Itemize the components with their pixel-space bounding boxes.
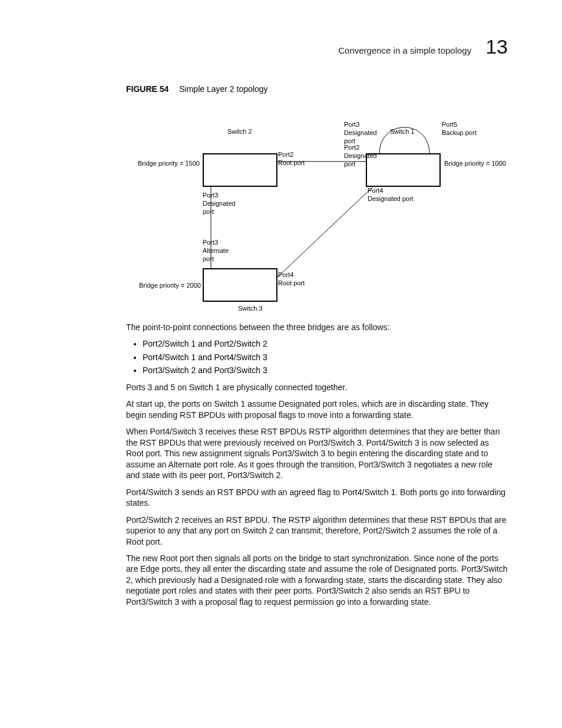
paragraph-1: Ports 3 and 5 on Switch 1 are physically… — [126, 382, 508, 393]
svg-rect-0 — [203, 154, 277, 186]
running-head: Convergence in a simple topology 13 — [126, 35, 508, 58]
label-switch3: Switch 3 — [238, 305, 263, 313]
label-port5-backup: Port5 Backup port — [442, 121, 477, 137]
intro-paragraph: The point-to-point connections between t… — [126, 322, 508, 332]
paragraph-4: Port4/Switch 3 sends an RST BPDU with an… — [126, 487, 508, 509]
label-bridge-priority-1000: Bridge priority = 1000 — [444, 160, 506, 168]
connection-list: Port2/Switch 1 and Port2/Switch 2 Port4/… — [126, 338, 508, 375]
header-section-title: Convergence in a simple topology — [338, 45, 471, 55]
svg-rect-2 — [203, 269, 277, 301]
list-item: Port4/Switch 1 and Port4/Switch 3 — [143, 352, 508, 363]
label-switch2: Switch 2 — [227, 128, 252, 136]
label-port2-root: Port2 Root port — [278, 151, 305, 167]
paragraph-3: When Port4/Switch 3 receives these RST B… — [126, 426, 508, 480]
topology-diagram: Switch 2 Switch 1 Switch 3 Bridge priori… — [126, 101, 508, 316]
figure-label: FIGURE 54 — [126, 84, 168, 94]
paragraph-2: At start up, the ports on Switch 1 assum… — [126, 398, 508, 420]
svg-rect-1 — [366, 154, 440, 186]
list-item: Port2/Switch 1 and Port2/Switch 2 — [143, 338, 508, 349]
figure-caption: FIGURE 54 Simple Layer 2 topology — [126, 84, 508, 94]
figure-title: Simple Layer 2 topology — [179, 84, 267, 94]
label-bridge-priority-1500: Bridge priority = 1500 — [138, 160, 200, 168]
svg-line-5 — [277, 186, 373, 278]
label-switch2-port3-designated: Port3 Designated port — [203, 192, 236, 216]
page: Convergence in a simple topology 13 FIGU… — [0, 0, 562, 728]
label-port2-designated: Port2 Designated port — [344, 144, 377, 168]
paragraph-5: Port2/Switch 2 receives an RST BPDU. The… — [126, 515, 508, 547]
label-port3-alternate: Port3 Alternate port — [203, 239, 229, 263]
label-port4-designated: Port4 Designated port — [368, 187, 414, 203]
list-item: Port3/Switch 2 and Port3/Switch 3 — [143, 365, 508, 375]
label-port3-designated-top: Port3 Designated port — [344, 121, 377, 145]
label-port4-root: Port4 Root port — [278, 271, 305, 288]
label-bridge-priority-2000: Bridge priority = 2000 — [139, 282, 201, 290]
label-switch1: Switch 1 — [390, 128, 415, 136]
header-chapter-number: 13 — [485, 35, 508, 58]
paragraph-6: The new Root port then signals all ports… — [126, 553, 508, 607]
